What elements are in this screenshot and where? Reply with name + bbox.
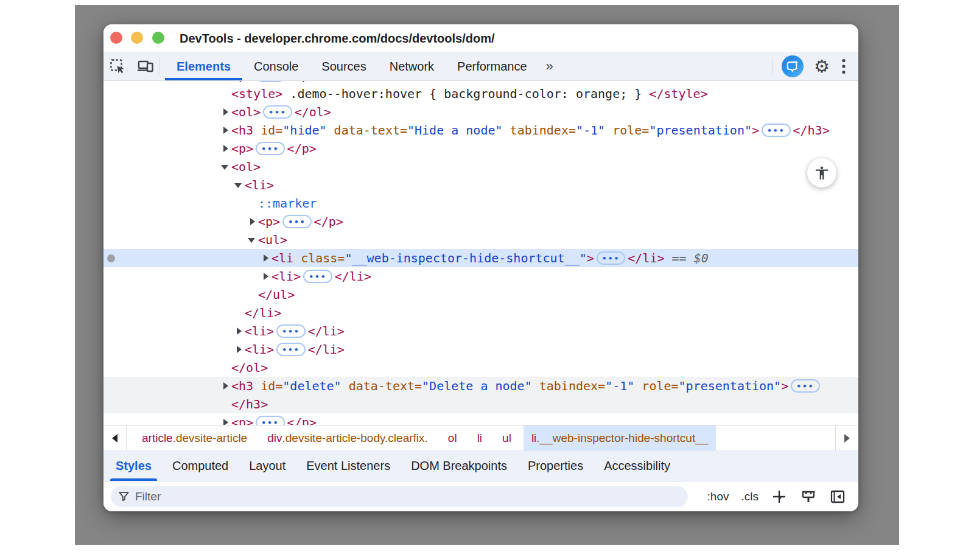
dom-tree-row[interactable]: <h3 id="delete" data-text="Delete a node…	[103, 377, 858, 395]
collapse-arrow-icon[interactable]	[248, 231, 258, 249]
dom-tree-row[interactable]: <ol>•••</ol>	[103, 103, 858, 121]
tab-console[interactable]: Console	[242, 52, 310, 80]
collapsed-content-pill[interactable]: •••	[762, 124, 790, 137]
more-tabs-button[interactable]: »	[539, 52, 559, 80]
breadcrumb-item-selected[interactable]: li.__web-inspector-hide-shortcut__	[524, 425, 716, 450]
collapsed-content-pill[interactable]: •••	[276, 343, 305, 356]
rendering-emulations-button[interactable]	[795, 486, 822, 507]
code-segment-val: "__web-inspector-hide-shortcut__"	[345, 251, 586, 265]
code-segment-tag: </style>	[649, 86, 707, 101]
code-segment-tag: <h3	[231, 123, 253, 138]
dom-tree-row[interactable]: </ul>	[103, 285, 858, 304]
accessibility-overlay-button[interactable]	[807, 158, 836, 187]
tab-event-listeners[interactable]: Event Listeners	[296, 451, 401, 481]
collapse-arrow-icon[interactable]	[234, 176, 245, 194]
hov-state-toggle[interactable]: :hov	[702, 488, 734, 506]
filter-input[interactable]	[135, 490, 681, 503]
tab-performance[interactable]: Performance	[446, 52, 539, 80]
dom-tree-row[interactable]: <p>•••</p>	[103, 212, 858, 231]
tab-layout[interactable]: Layout	[239, 451, 296, 481]
code-segment-tag: </li>	[628, 251, 664, 265]
code-segment-tag: >	[587, 251, 594, 265]
toggle-sidebar-button[interactable]	[824, 486, 851, 507]
expand-arrow-icon[interactable]	[221, 377, 231, 395]
code-segment-val: "Hide a node"	[407, 123, 503, 138]
dom-tree-row[interactable]: <li>•••</li>	[103, 322, 858, 340]
close-button[interactable]	[110, 32, 122, 44]
breadcrumb-scroll-right-button[interactable]	[835, 425, 858, 450]
new-style-rule-button[interactable]	[766, 486, 793, 507]
zoom-button[interactable]	[152, 32, 164, 44]
breadcrumb-item[interactable]: li	[469, 425, 490, 450]
code-segment-val: "Delete a node"	[422, 379, 532, 393]
collapsed-content-pill[interactable]: •••	[791, 379, 819, 393]
minimize-button[interactable]	[131, 32, 143, 44]
more-options-button[interactable]	[835, 58, 852, 75]
code-segment-tag: </ul>	[258, 287, 295, 302]
cls-toggle[interactable]: .cls	[737, 488, 764, 506]
expand-arrow-icon[interactable]	[221, 103, 231, 121]
expand-arrow-icon[interactable]	[248, 212, 258, 231]
collapsed-content-pill[interactable]: •••	[276, 324, 305, 338]
dom-tree-row[interactable]: ::marker	[103, 194, 858, 212]
collapsed-content-pill[interactable]: •••	[263, 105, 292, 119]
dom-tree-row[interactable]: <li>•••</li>	[103, 340, 858, 359]
expand-arrow-icon[interactable]	[221, 139, 231, 158]
dom-tree-row[interactable]: <p>•••</p>	[103, 413, 858, 425]
tab-network[interactable]: Network	[378, 52, 446, 80]
collapsed-content-pill[interactable]: •••	[256, 142, 284, 155]
dom-tree-row[interactable]: </h3>	[103, 395, 858, 413]
collapsed-content-pill[interactable]: •••	[256, 81, 284, 82]
code-segment-val: "delete"	[282, 379, 341, 393]
ai-assistance-button[interactable]	[782, 55, 804, 77]
breadcrumb-list: article.devsite-articlediv.devsite-artic…	[127, 425, 720, 450]
tab-styles[interactable]: Styles	[105, 451, 162, 481]
tab-computed[interactable]: Computed	[162, 451, 239, 481]
dom-tree-row[interactable]: <style> .demo--hover:hover { background-…	[103, 85, 858, 103]
breadcrumb-tag: li	[531, 432, 536, 445]
code-segment-attr: data-text=	[342, 379, 422, 393]
dom-tree-row-selected[interactable]: <li class="__web-inspector-hide-shortcut…	[103, 249, 858, 267]
code-segment-tag: </p>	[287, 81, 317, 83]
ai-sparkle-bubble-icon	[786, 60, 799, 73]
code-segment-tag: <h3	[231, 379, 253, 393]
code-segment-attr: role=	[605, 123, 649, 138]
collapsed-content-pill[interactable]: •••	[303, 270, 332, 283]
collapsed-content-pill[interactable]: •••	[282, 215, 311, 228]
dom-tree-row[interactable]: <h3 id="hide" data-text="Hide a node" ta…	[103, 121, 858, 139]
code-segment-tag: </ol>	[295, 105, 331, 119]
expand-arrow-icon[interactable]	[261, 267, 272, 285]
tab-dom-breakpoints[interactable]: DOM Breakpoints	[401, 451, 517, 481]
expand-arrow-icon[interactable]	[221, 121, 231, 139]
collapsed-content-pill[interactable]: •••	[597, 251, 625, 265]
dom-tree-row[interactable]: <ol>	[103, 158, 858, 176]
breadcrumb-item[interactable]: ul	[494, 425, 519, 450]
inspect-element-button[interactable]	[103, 52, 131, 80]
expand-arrow-icon[interactable]	[261, 249, 272, 267]
breadcrumb-item[interactable]: article.devsite-article	[134, 425, 255, 450]
tab-elements[interactable]: Elements	[165, 52, 242, 80]
settings-gear-icon[interactable]: ⚙	[808, 58, 835, 75]
code-segment-tag: </p>	[314, 214, 343, 229]
dom-tree-row[interactable]: <li>•••</li>	[103, 267, 858, 285]
collapse-arrow-icon[interactable]	[221, 158, 231, 176]
expand-arrow-icon[interactable]	[221, 413, 231, 425]
collapsed-content-pill[interactable]: •••	[256, 416, 284, 425]
expand-arrow-icon[interactable]	[234, 322, 245, 340]
dom-tree-row[interactable]: </ol>	[103, 359, 858, 377]
filter-field[interactable]	[111, 486, 688, 507]
dom-tree-row[interactable]: <p>•••</p>	[103, 139, 858, 158]
breadcrumb-item[interactable]: ol	[440, 425, 465, 450]
dom-tree-row[interactable]: <ul>	[103, 231, 858, 249]
code-segment-tag: </p>	[287, 141, 317, 156]
dom-tree-row[interactable]: <li>	[103, 176, 858, 194]
tab-sources[interactable]: Sources	[310, 52, 377, 80]
toggle-device-toolbar-button[interactable]	[131, 52, 159, 80]
tab-accessibility[interactable]: Accessibility	[594, 451, 681, 481]
expand-arrow-icon[interactable]	[234, 340, 245, 359]
code-segment-tag: </h3>	[231, 397, 268, 411]
breadcrumb-item[interactable]: div.devsite-article-body.clearfix.	[259, 425, 436, 450]
tab-properties[interactable]: Properties	[517, 451, 594, 481]
dom-tree-row[interactable]: </li>	[103, 304, 858, 322]
breadcrumb-scroll-left-button[interactable]	[103, 425, 127, 450]
